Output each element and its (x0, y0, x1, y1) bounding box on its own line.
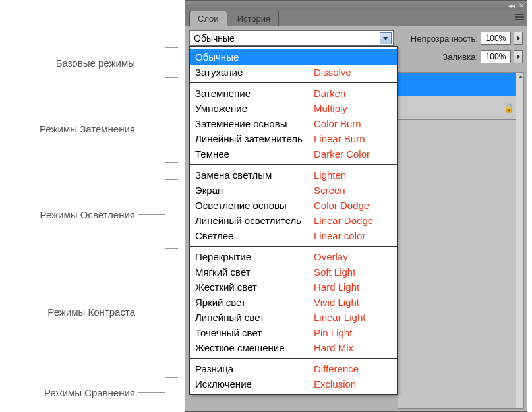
layers-panel: ◂◂ ✕ Слои История Обычные Непрозрачность… (185, 0, 527, 412)
blend-option-ru: Замена светлым (195, 169, 314, 181)
blend-opacity-row: Обычные Непрозрачность: 100% (185, 26, 527, 46)
blend-mode-option[interactable]: Линейный осветлительLinear Dodge (190, 213, 397, 228)
blend-option-ru: Светлее (195, 229, 314, 242)
blend-mode-option[interactable]: Затемнение основыColor Burn (190, 116, 397, 131)
blend-mode-option[interactable]: Линейный затемнительLinear Burn (190, 131, 397, 146)
blend-option-en: Difference (314, 363, 359, 375)
blend-option-ru: Перекрытие (195, 250, 314, 263)
blend-option-en: Color Dodge (314, 199, 369, 212)
fill-value[interactable]: 100% (481, 50, 511, 63)
blend-mode-option[interactable]: ТемнееDarker Color (190, 146, 397, 162)
blend-mode-option[interactable]: Осветление основыColor Dodge (190, 198, 397, 213)
blend-option-en: Hard Mix (314, 341, 353, 354)
opacity-stepper[interactable] (514, 32, 523, 45)
blend-mode-option[interactable]: Замена светлымLighten (190, 167, 397, 183)
blend-option-ru: Умножение (195, 102, 314, 115)
blend-mode-option[interactable]: Линейный светLinear Light (190, 310, 397, 325)
panel-menu-icon[interactable] (515, 13, 524, 22)
blend-option-en: Pin Light (314, 326, 352, 339)
blend-option-en: Exclusion (314, 378, 356, 390)
annotation-compare: Режимы Сравнения (44, 387, 135, 398)
dropdown-arrow-icon[interactable] (380, 32, 392, 44)
blend-option-en: Vivid Light (314, 296, 359, 309)
blend-mode-option[interactable]: Жесткий светHard Light (190, 280, 397, 295)
blend-option-en: Hard Light (314, 281, 359, 293)
blend-mode-option[interactable]: ЭкранScreen (190, 183, 397, 198)
fill-label: Заливка: (442, 52, 478, 62)
blend-mode-option[interactable]: Обычные (190, 49, 397, 65)
layer-selected[interactable] (398, 73, 523, 96)
blend-option-en: Linear Dodge (314, 214, 373, 227)
annotation-darken: Режимы Затемнения (40, 123, 135, 134)
blend-mode-dropdown: ОбычныеЗатуханиеDissolveЗатемнениеDarken… (189, 46, 398, 395)
opacity-value[interactable]: 100% (481, 32, 511, 45)
blend-mode-option[interactable]: Мягкий светSoft Light (190, 264, 397, 280)
layers-list: 🔒 (398, 72, 524, 409)
blend-mode-value: Обычные (194, 33, 235, 44)
blend-option-en: Linear color (314, 229, 365, 242)
lock-icon: 🔒 (504, 103, 514, 113)
blend-mode-option[interactable]: ЗатуханиеDissolve (190, 65, 397, 80)
blend-mode-option[interactable]: Жесткое смешениеHard Mix (190, 340, 397, 355)
blend-mode-option[interactable]: СветлееLinear color (190, 228, 397, 243)
close-icon[interactable]: ✕ (519, 2, 524, 9)
scrollbar[interactable] (516, 73, 523, 408)
blend-option-en: Soft Light (314, 266, 355, 278)
blend-option-en: Darken (314, 87, 345, 100)
panel-titlebar: ◂◂ ✕ (185, 1, 527, 10)
tab-layers[interactable]: Слои (189, 11, 227, 26)
annotation-lighten: Режимы Осветления (40, 208, 135, 220)
blend-option-ru: Исключение (195, 378, 314, 390)
blend-option-en: Overlay (314, 250, 348, 263)
layer-background[interactable]: 🔒 (398, 96, 523, 120)
blend-option-en: Color Burn (314, 117, 361, 130)
blend-mode-option[interactable]: УмножениеMultiply (190, 101, 397, 116)
blend-mode-option[interactable]: РазницаDifference (190, 361, 397, 376)
blend-option-ru: Жесткое смешение (195, 341, 314, 354)
blend-mode-option[interactable]: ИсключениеExclusion (190, 376, 397, 392)
blend-option-ru: Мягкий свет (195, 266, 314, 278)
blend-option-ru: Жесткий свет (195, 281, 314, 293)
annotation-contrast: Режимы Контраста (47, 306, 135, 317)
blend-mode-option[interactable]: Яркий светVivid Light (190, 295, 397, 310)
blend-option-en: Linear Burn (314, 132, 365, 145)
blend-option-ru: Обычные (195, 51, 314, 63)
blend-mode-option[interactable]: Точечный светPin Light (190, 325, 397, 340)
annotation-basic: Базовые режимы (56, 57, 135, 69)
blend-option-ru: Осветление основы (195, 199, 314, 212)
blend-option-en: Lighten (314, 169, 346, 181)
blend-option-ru: Темнее (195, 148, 314, 160)
blend-option-en: Darker Color (314, 148, 370, 160)
blend-option-ru: Разница (195, 363, 314, 375)
opacity-label: Непрозрачность: (411, 34, 478, 44)
panel-tabs: Слои История (185, 10, 527, 26)
blend-option-en: Multiply (314, 102, 347, 115)
blend-option-ru: Затемнение (195, 87, 314, 100)
blend-option-en: Screen (314, 184, 345, 196)
collapse-icon[interactable]: ◂◂ (508, 2, 515, 9)
blend-option-ru: Линейный затемнитель (195, 132, 314, 145)
blend-option-ru: Яркий свет (195, 296, 314, 309)
tab-history[interactable]: История (229, 11, 279, 26)
blend-option-ru: Линейный осветлитель (195, 214, 314, 227)
blend-option-en: Linear Light (314, 311, 365, 324)
fill-stepper[interactable] (514, 50, 523, 63)
blend-option-ru: Точечный свет (195, 326, 314, 339)
blend-option-ru: Линейный свет (195, 311, 314, 324)
blend-option-en: Dissolve (314, 66, 351, 78)
blend-mode-option[interactable]: ПерекрытиеOverlay (190, 249, 397, 264)
blend-mode-select[interactable]: Обычные (189, 30, 394, 46)
blend-option-ru: Экран (195, 184, 314, 196)
blend-mode-option[interactable]: ЗатемнениеDarken (190, 86, 397, 101)
blend-option-ru: Затухание (195, 66, 314, 78)
blend-option-ru: Затемнение основы (195, 117, 314, 130)
